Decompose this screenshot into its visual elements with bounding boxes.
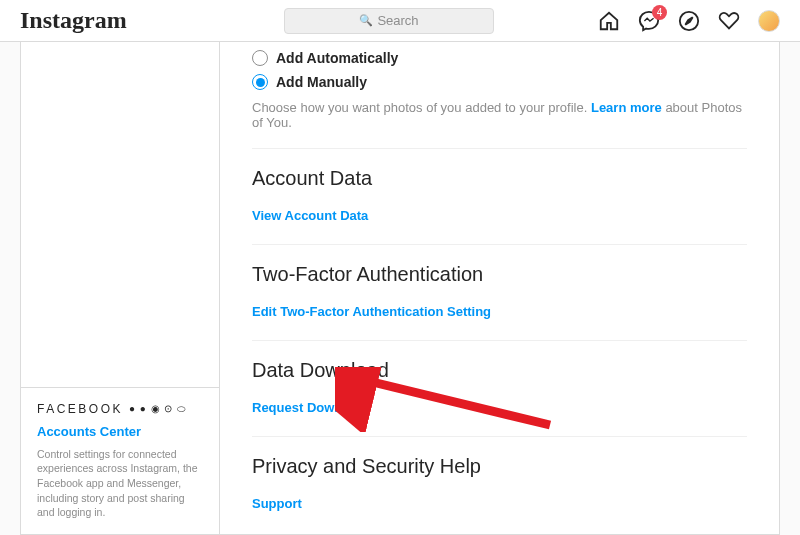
radio-manual-label: Add Manually (276, 74, 367, 90)
photos-help-text: Choose how you want photos of you added … (252, 100, 747, 130)
radio-checked-icon (252, 74, 268, 90)
accounts-center-link[interactable]: Accounts Center (37, 424, 203, 439)
learn-more-link[interactable]: Learn more (591, 100, 662, 115)
support-link[interactable]: Support (252, 496, 302, 511)
explore-icon[interactable] (678, 10, 700, 32)
view-account-data-link[interactable]: View Account Data (252, 208, 368, 223)
request-download-link[interactable]: Request Download (252, 400, 369, 415)
radio-unchecked-icon (252, 50, 268, 66)
facebook-label: FACEBOOK (37, 402, 123, 416)
notification-badge: 4 (652, 5, 667, 20)
section-title: Two-Factor Authentication (252, 263, 747, 286)
edit-two-factor-link[interactable]: Edit Two-Factor Authentication Setting (252, 304, 491, 319)
radio-auto-label: Add Automatically (276, 50, 398, 66)
help-pre: Choose how you want photos of you added … (252, 100, 591, 115)
sidebar: FACEBOOK ● ● ◉ ⊙ ⬭ Accounts Center Contr… (20, 42, 220, 535)
radio-add-manually[interactable]: Add Manually (252, 74, 747, 90)
radio-add-automatically[interactable]: Add Automatically (252, 50, 747, 66)
section-two-factor: Two-Factor Authentication Edit Two-Facto… (252, 245, 747, 340)
search-input[interactable]: 🔍 Search (284, 8, 494, 34)
profile-avatar[interactable] (758, 10, 780, 32)
section-title: Privacy and Security Help (252, 455, 747, 478)
section-title: Data Download (252, 359, 747, 382)
search-placeholder: Search (377, 13, 418, 28)
section-data-download: Data Download Request Download (252, 341, 747, 436)
nav-icons: 4 (598, 10, 780, 32)
section-privacy-help: Privacy and Security Help Support (252, 437, 747, 532)
facebook-brand-row: FACEBOOK ● ● ◉ ⊙ ⬭ (37, 402, 203, 416)
sidebar-spacer (21, 42, 219, 387)
search-icon: 🔍 (359, 14, 373, 27)
messenger-icon[interactable]: 4 (638, 10, 660, 32)
accounts-center-desc: Control settings for connected experienc… (37, 447, 203, 520)
home-icon[interactable] (598, 10, 620, 32)
section-title: Account Data (252, 167, 747, 190)
section-account-data: Account Data View Account Data (252, 149, 747, 244)
activity-icon[interactable] (718, 10, 740, 32)
sidebar-accounts-center: FACEBOOK ● ● ◉ ⊙ ⬭ Accounts Center Contr… (21, 387, 219, 534)
settings-content: Add Automatically Add Manually Choose ho… (220, 42, 780, 535)
top-bar: Instagram 🔍 Search 4 (0, 0, 800, 42)
search-wrap: 🔍 Search (180, 8, 598, 34)
instagram-logo[interactable]: Instagram (20, 7, 180, 34)
facebook-product-icons: ● ● ◉ ⊙ ⬭ (129, 403, 187, 415)
main-container: FACEBOOK ● ● ◉ ⊙ ⬭ Accounts Center Contr… (0, 42, 800, 535)
svg-marker-1 (685, 17, 692, 24)
